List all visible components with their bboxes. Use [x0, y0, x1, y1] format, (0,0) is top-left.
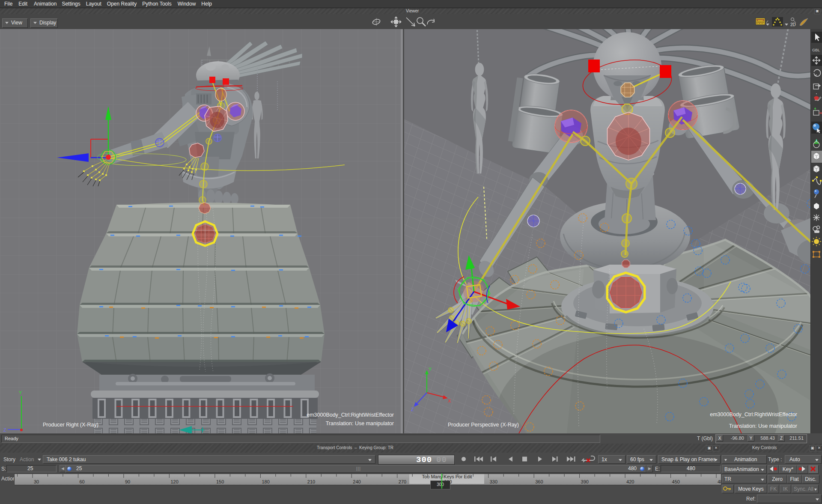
- svg-text:330: 330: [490, 479, 497, 484]
- svg-text:390: 390: [581, 479, 589, 484]
- svg-text:Producer Right (X-Ray): Producer Right (X-Ray): [43, 422, 98, 428]
- svg-text:30: 30: [34, 479, 39, 484]
- svg-text:60: 60: [80, 479, 85, 484]
- svg-text:420: 420: [626, 479, 634, 484]
- svg-text:Y: Y: [19, 390, 22, 395]
- svg-text:em3000Body_Ctrl:RightWristEffe: em3000Body_Ctrl:RightWristEffector: [710, 412, 797, 418]
- svg-text:90: 90: [125, 479, 130, 484]
- svg-text:Z: Z: [3, 427, 6, 432]
- svg-text:240: 240: [353, 479, 360, 484]
- svg-text:Producer Perspective (X-Ray): Producer Perspective (X-Ray): [448, 422, 519, 428]
- svg-text:120: 120: [170, 479, 178, 484]
- svg-text:X: X: [448, 398, 451, 403]
- svg-text:Z: Z: [411, 407, 414, 412]
- svg-text:180: 180: [262, 479, 269, 484]
- svg-text:2D: 2D: [790, 22, 796, 27]
- svg-text:270: 270: [399, 479, 406, 484]
- svg-text:150: 150: [216, 479, 224, 484]
- svg-text:GBL: GBL: [812, 48, 820, 52]
- svg-text:Too Many Keys For Edit: Too Many Keys For Edit: [422, 474, 472, 479]
- svg-text:Translation: Use manipulator: Translation: Use manipulator: [729, 423, 797, 429]
- svg-text:Translation: Use manipulator: Translation: Use manipulator: [326, 420, 394, 426]
- svg-text:210: 210: [307, 479, 315, 484]
- svg-text:em3000Body_Ctrl:RightWristEffe: em3000Body_Ctrl:RightWristEffector: [307, 412, 394, 418]
- svg-text:450: 450: [672, 479, 680, 484]
- svg-text:Y: Y: [429, 367, 432, 372]
- svg-text:480: 480: [718, 479, 721, 484]
- svg-text:360: 360: [535, 479, 543, 484]
